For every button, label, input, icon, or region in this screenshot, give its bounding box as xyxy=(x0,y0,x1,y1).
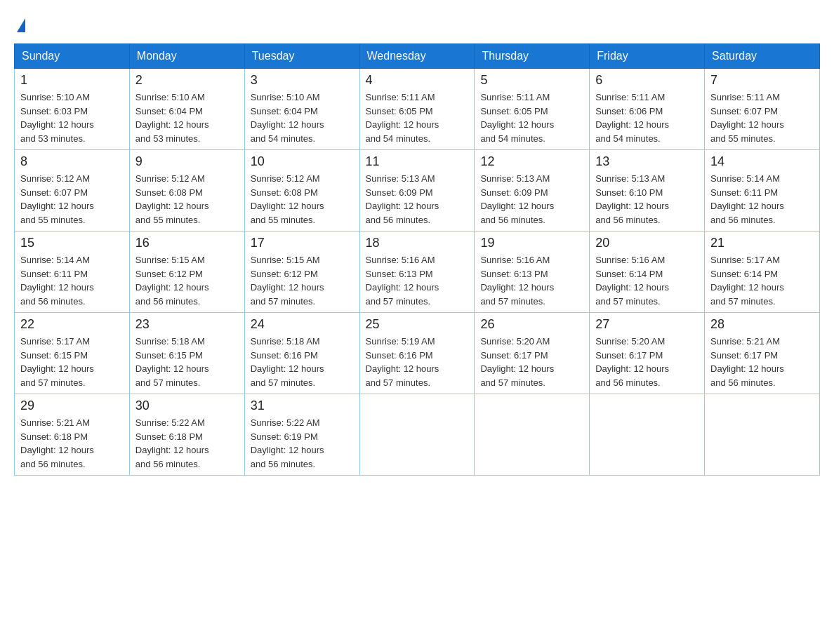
day-info: Sunrise: 5:10 AM Sunset: 6:04 PM Dayligh… xyxy=(251,90,354,145)
day-info: Sunrise: 5:11 AM Sunset: 6:05 PM Dayligh… xyxy=(480,90,583,145)
page-header xyxy=(14,14,820,32)
day-number: 17 xyxy=(251,236,354,250)
day-number: 11 xyxy=(366,154,469,169)
calendar-day-cell: 4 Sunrise: 5:11 AM Sunset: 6:05 PM Dayli… xyxy=(359,69,475,150)
day-number: 25 xyxy=(366,317,469,332)
day-info: Sunrise: 5:14 AM Sunset: 6:11 PM Dayligh… xyxy=(20,253,124,308)
day-number: 29 xyxy=(20,398,124,413)
calendar-day-cell: 7 Sunrise: 5:11 AM Sunset: 6:07 PM Dayli… xyxy=(705,69,820,150)
day-number: 16 xyxy=(135,236,239,250)
day-info: Sunrise: 5:21 AM Sunset: 6:17 PM Dayligh… xyxy=(710,335,814,389)
calendar-day-cell: 5 Sunrise: 5:11 AM Sunset: 6:05 PM Dayli… xyxy=(475,69,590,150)
day-info: Sunrise: 5:16 AM Sunset: 6:13 PM Dayligh… xyxy=(480,253,583,308)
day-info: Sunrise: 5:12 AM Sunset: 6:08 PM Dayligh… xyxy=(135,172,239,227)
calendar-week-row: 1 Sunrise: 5:10 AM Sunset: 6:03 PM Dayli… xyxy=(15,69,820,150)
calendar-day-cell: 8 Sunrise: 5:12 AM Sunset: 6:07 PM Dayli… xyxy=(15,150,130,232)
calendar-day-cell: 12 Sunrise: 5:13 AM Sunset: 6:09 PM Dayl… xyxy=(475,150,590,232)
day-info: Sunrise: 5:20 AM Sunset: 6:17 PM Dayligh… xyxy=(595,335,699,389)
calendar-header: SundayMondayTuesdayWednesdayThursdayFrid… xyxy=(15,44,820,69)
day-info: Sunrise: 5:22 AM Sunset: 6:18 PM Dayligh… xyxy=(135,416,239,471)
calendar-day-cell xyxy=(359,394,475,476)
day-info: Sunrise: 5:11 AM Sunset: 6:05 PM Dayligh… xyxy=(366,90,469,145)
day-info: Sunrise: 5:17 AM Sunset: 6:14 PM Dayligh… xyxy=(710,253,814,308)
day-info: Sunrise: 5:18 AM Sunset: 6:16 PM Dayligh… xyxy=(251,335,354,389)
day-number: 4 xyxy=(366,73,469,88)
day-info: Sunrise: 5:15 AM Sunset: 6:12 PM Dayligh… xyxy=(135,253,239,308)
day-number: 26 xyxy=(480,317,583,332)
day-of-week-header: Thursday xyxy=(475,44,590,69)
calendar-day-cell: 13 Sunrise: 5:13 AM Sunset: 6:10 PM Dayl… xyxy=(590,150,705,232)
calendar-week-row: 22 Sunrise: 5:17 AM Sunset: 6:15 PM Dayl… xyxy=(15,313,820,394)
day-info: Sunrise: 5:22 AM Sunset: 6:19 PM Dayligh… xyxy=(251,416,354,471)
day-info: Sunrise: 5:19 AM Sunset: 6:16 PM Dayligh… xyxy=(366,335,469,389)
calendar-day-cell: 25 Sunrise: 5:19 AM Sunset: 6:16 PM Dayl… xyxy=(359,313,475,394)
day-number: 22 xyxy=(20,317,124,332)
calendar-day-cell: 21 Sunrise: 5:17 AM Sunset: 6:14 PM Dayl… xyxy=(705,232,820,313)
day-info: Sunrise: 5:10 AM Sunset: 6:03 PM Dayligh… xyxy=(20,90,124,145)
day-info: Sunrise: 5:10 AM Sunset: 6:04 PM Dayligh… xyxy=(135,90,239,145)
day-number: 23 xyxy=(135,317,239,332)
calendar-week-row: 8 Sunrise: 5:12 AM Sunset: 6:07 PM Dayli… xyxy=(15,150,820,232)
day-number: 27 xyxy=(595,317,699,332)
logo-arrow-icon xyxy=(17,18,25,32)
day-info: Sunrise: 5:13 AM Sunset: 6:10 PM Dayligh… xyxy=(595,172,699,227)
calendar-table: SundayMondayTuesdayWednesdayThursdayFrid… xyxy=(14,43,820,476)
day-info: Sunrise: 5:21 AM Sunset: 6:18 PM Dayligh… xyxy=(20,416,124,471)
day-of-week-header: Tuesday xyxy=(244,44,359,69)
day-info: Sunrise: 5:11 AM Sunset: 6:07 PM Dayligh… xyxy=(710,90,814,145)
day-number: 10 xyxy=(251,154,354,169)
day-number: 15 xyxy=(20,236,124,250)
calendar-day-cell: 6 Sunrise: 5:11 AM Sunset: 6:06 PM Dayli… xyxy=(590,69,705,150)
calendar-day-cell: 17 Sunrise: 5:15 AM Sunset: 6:12 PM Dayl… xyxy=(244,232,359,313)
day-number: 8 xyxy=(20,154,124,169)
calendar-day-cell: 10 Sunrise: 5:12 AM Sunset: 6:08 PM Dayl… xyxy=(244,150,359,232)
calendar-week-row: 29 Sunrise: 5:21 AM Sunset: 6:18 PM Dayl… xyxy=(15,394,820,476)
day-number: 2 xyxy=(135,73,239,88)
day-number: 3 xyxy=(251,73,354,88)
logo xyxy=(14,14,25,32)
calendar-day-cell xyxy=(475,394,590,476)
day-number: 30 xyxy=(135,398,239,413)
calendar-day-cell: 23 Sunrise: 5:18 AM Sunset: 6:15 PM Dayl… xyxy=(129,313,244,394)
day-number: 28 xyxy=(710,317,814,332)
day-of-week-header: Saturday xyxy=(705,44,820,69)
day-info: Sunrise: 5:12 AM Sunset: 6:08 PM Dayligh… xyxy=(251,172,354,227)
calendar-day-cell: 16 Sunrise: 5:15 AM Sunset: 6:12 PM Dayl… xyxy=(129,232,244,313)
day-of-week-header: Friday xyxy=(590,44,705,69)
calendar-day-cell: 29 Sunrise: 5:21 AM Sunset: 6:18 PM Dayl… xyxy=(15,394,130,476)
day-number: 5 xyxy=(480,73,583,88)
days-of-week-row: SundayMondayTuesdayWednesdayThursdayFrid… xyxy=(15,44,820,69)
calendar-day-cell: 2 Sunrise: 5:10 AM Sunset: 6:04 PM Dayli… xyxy=(129,69,244,150)
calendar-day-cell: 31 Sunrise: 5:22 AM Sunset: 6:19 PM Dayl… xyxy=(244,394,359,476)
day-number: 21 xyxy=(710,236,814,250)
calendar-day-cell: 19 Sunrise: 5:16 AM Sunset: 6:13 PM Dayl… xyxy=(475,232,590,313)
day-number: 6 xyxy=(595,73,699,88)
day-number: 19 xyxy=(480,236,583,250)
calendar-day-cell: 22 Sunrise: 5:17 AM Sunset: 6:15 PM Dayl… xyxy=(15,313,130,394)
day-info: Sunrise: 5:18 AM Sunset: 6:15 PM Dayligh… xyxy=(135,335,239,389)
calendar-week-row: 15 Sunrise: 5:14 AM Sunset: 6:11 PM Dayl… xyxy=(15,232,820,313)
calendar-day-cell: 14 Sunrise: 5:14 AM Sunset: 6:11 PM Dayl… xyxy=(705,150,820,232)
day-number: 14 xyxy=(710,154,814,169)
day-info: Sunrise: 5:16 AM Sunset: 6:14 PM Dayligh… xyxy=(595,253,699,308)
day-number: 13 xyxy=(595,154,699,169)
day-info: Sunrise: 5:12 AM Sunset: 6:07 PM Dayligh… xyxy=(20,172,124,227)
day-info: Sunrise: 5:13 AM Sunset: 6:09 PM Dayligh… xyxy=(366,172,469,227)
calendar-day-cell: 30 Sunrise: 5:22 AM Sunset: 6:18 PM Dayl… xyxy=(129,394,244,476)
day-number: 9 xyxy=(135,154,239,169)
day-info: Sunrise: 5:17 AM Sunset: 6:15 PM Dayligh… xyxy=(20,335,124,389)
calendar-day-cell xyxy=(705,394,820,476)
day-number: 18 xyxy=(366,236,469,250)
calendar-day-cell: 20 Sunrise: 5:16 AM Sunset: 6:14 PM Dayl… xyxy=(590,232,705,313)
day-info: Sunrise: 5:13 AM Sunset: 6:09 PM Dayligh… xyxy=(480,172,583,227)
day-number: 12 xyxy=(480,154,583,169)
day-number: 1 xyxy=(20,73,124,88)
day-info: Sunrise: 5:16 AM Sunset: 6:13 PM Dayligh… xyxy=(366,253,469,308)
day-info: Sunrise: 5:14 AM Sunset: 6:11 PM Dayligh… xyxy=(710,172,814,227)
calendar-day-cell: 3 Sunrise: 5:10 AM Sunset: 6:04 PM Dayli… xyxy=(244,69,359,150)
calendar-day-cell: 18 Sunrise: 5:16 AM Sunset: 6:13 PM Dayl… xyxy=(359,232,475,313)
calendar-day-cell xyxy=(590,394,705,476)
day-of-week-header: Wednesday xyxy=(359,44,475,69)
day-of-week-header: Monday xyxy=(129,44,244,69)
day-info: Sunrise: 5:15 AM Sunset: 6:12 PM Dayligh… xyxy=(251,253,354,308)
